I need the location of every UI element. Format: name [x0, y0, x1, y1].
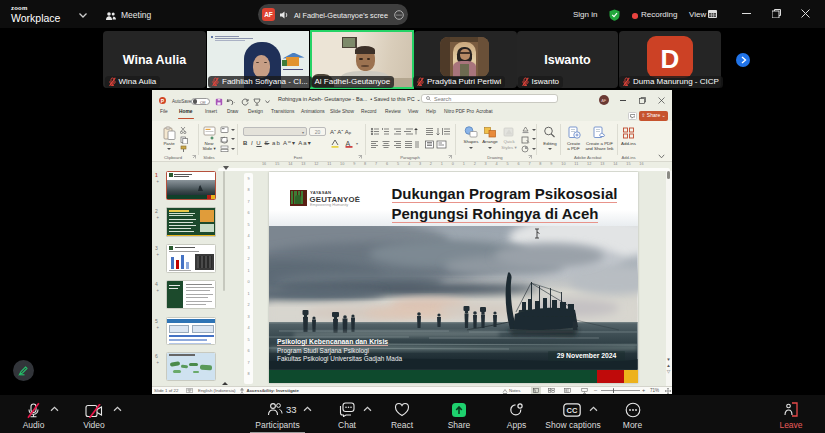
svg-text:CC: CC — [567, 406, 578, 415]
svg-text:A: A — [346, 140, 351, 147]
